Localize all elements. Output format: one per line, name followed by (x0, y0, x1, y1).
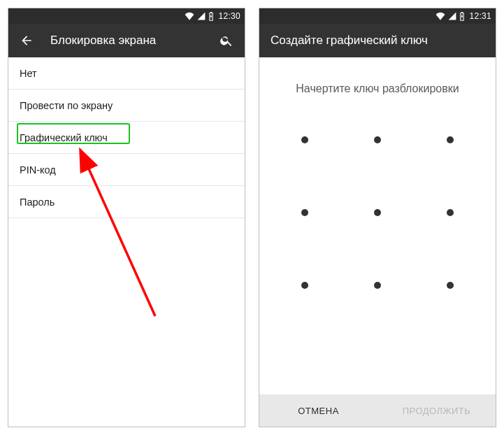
signal-icon (197, 12, 206, 20)
battery-icon (459, 12, 465, 21)
wifi-icon (435, 12, 445, 20)
lock-option-pattern[interactable]: Графический ключ (8, 122, 245, 154)
pattern-dot[interactable] (374, 136, 381, 143)
phone-left: 12:30 Блокировка экрана Нет Провести по … (8, 8, 245, 427)
list-item-label: Пароль (20, 197, 55, 208)
pattern-dot[interactable] (374, 282, 381, 289)
pattern-dot[interactable] (447, 209, 454, 216)
status-time: 12:31 (469, 11, 491, 21)
lock-options-list: Нет Провести по экрану Графический ключ … (8, 57, 245, 218)
list-item-label: Провести по экрану (20, 100, 113, 111)
wifi-icon (185, 12, 194, 20)
button-label: ПРОДОЛЖИТЬ (403, 406, 471, 416)
pattern-dot[interactable] (301, 136, 308, 143)
footer-bar: ОТМЕНА ПРОДОЛЖИТЬ (259, 394, 496, 427)
lock-option-pin[interactable]: PIN-код (8, 154, 245, 186)
page-title: Блокировка экрана (50, 34, 203, 48)
back-icon[interactable] (18, 32, 35, 49)
signal-icon (448, 12, 456, 20)
lock-option-password[interactable]: Пароль (8, 186, 245, 218)
cancel-button[interactable]: ОТМЕНА (259, 394, 377, 427)
button-label: ОТМЕНА (298, 406, 339, 416)
lock-option-swipe[interactable]: Провести по экрану (8, 90, 245, 122)
status-time: 12:30 (218, 11, 240, 21)
status-bar: 12:31 (259, 8, 496, 24)
status-bar: 12:30 (8, 8, 245, 24)
search-icon[interactable] (218, 32, 235, 49)
phone-right: 12:31 Создайте графический ключ Начертит… (259, 8, 496, 427)
svg-rect-0 (210, 12, 212, 13)
pattern-dot[interactable] (301, 209, 308, 216)
battery-icon (208, 12, 214, 21)
lock-option-none[interactable]: Нет (8, 57, 245, 90)
pattern-dot[interactable] (447, 282, 454, 289)
page-title: Создайте графический ключ (271, 34, 486, 48)
app-bar: Создайте графический ключ (259, 24, 496, 57)
app-bar: Блокировка экрана (8, 24, 245, 57)
svg-rect-2 (461, 12, 463, 13)
list-item-label: PIN-код (20, 164, 56, 176)
pattern-grid[interactable] (287, 122, 468, 304)
pattern-instruction: Начертите ключ разблокировки (259, 57, 496, 109)
pattern-dot[interactable] (374, 209, 381, 216)
list-item-label: Нет (20, 68, 37, 79)
continue-button[interactable]: ПРОДОЛЖИТЬ (377, 394, 496, 427)
pattern-dot[interactable] (301, 282, 308, 289)
list-item-label: Графический ключ (20, 132, 108, 143)
pattern-dot[interactable] (447, 136, 454, 143)
